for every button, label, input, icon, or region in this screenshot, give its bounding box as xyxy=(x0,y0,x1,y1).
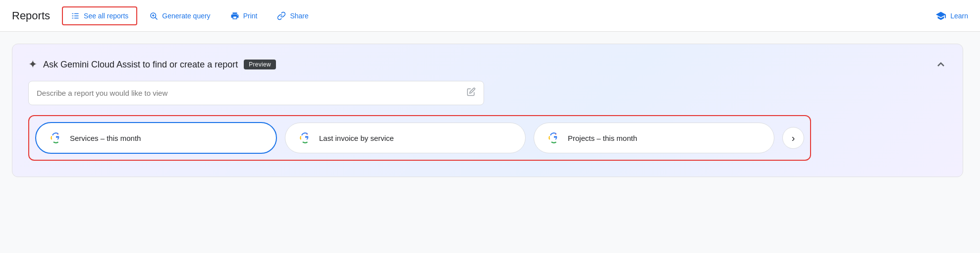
print-label: Print xyxy=(243,12,258,20)
gemini-card: ✦ Ask Gemini Cloud Assist to find or cre… xyxy=(12,44,963,177)
chevron-right-icon: › xyxy=(792,132,795,144)
generate-query-label: Generate query xyxy=(162,12,210,20)
svg-rect-1 xyxy=(74,13,79,14)
sparkle-icon: ✦ xyxy=(28,58,37,71)
services-month-chip[interactable]: Services – this month xyxy=(35,122,277,154)
learn-label: Learn xyxy=(950,12,968,20)
top-bar: Reports See all reports Generate query P… xyxy=(0,0,980,32)
list-icon xyxy=(71,11,80,20)
learn-button[interactable]: Learn xyxy=(935,10,968,21)
quick-reports-row: Services – this month Last invoice by se… xyxy=(28,115,811,161)
print-button[interactable]: Print xyxy=(222,7,266,24)
edit-icon xyxy=(467,87,476,99)
svg-rect-2 xyxy=(72,15,73,16)
generate-query-button[interactable]: Generate query xyxy=(141,7,218,24)
print-icon xyxy=(230,11,239,20)
see-all-reports-label: See all reports xyxy=(84,12,128,20)
projects-month-label: Projects – this month xyxy=(568,134,637,142)
last-invoice-chip[interactable]: Last invoice by service xyxy=(285,123,526,153)
learn-icon xyxy=(935,10,946,21)
svg-rect-5 xyxy=(74,17,79,18)
next-reports-button[interactable]: › xyxy=(782,127,804,149)
search-input[interactable] xyxy=(37,89,463,97)
projects-month-chip[interactable]: Projects – this month xyxy=(534,123,774,153)
query-icon xyxy=(149,11,158,20)
share-icon xyxy=(277,11,286,20)
gcloud-icon-3 xyxy=(546,130,562,146)
services-month-label: Services – this month xyxy=(70,134,141,142)
gemini-title: Ask Gemini Cloud Assist to find or creat… xyxy=(43,60,238,70)
last-invoice-label: Last invoice by service xyxy=(319,134,394,142)
gcloud-icon-1 xyxy=(48,130,64,146)
gcloud-icon-2 xyxy=(297,130,313,146)
svg-rect-3 xyxy=(74,15,79,16)
collapse-button[interactable] xyxy=(935,59,947,70)
chevron-up-icon xyxy=(935,59,947,70)
page-title: Reports xyxy=(12,9,50,22)
see-all-reports-button[interactable]: See all reports xyxy=(62,6,137,25)
gemini-header: ✦ Ask Gemini Cloud Assist to find or cre… xyxy=(28,58,947,71)
share-label: Share xyxy=(290,12,308,20)
svg-rect-4 xyxy=(72,17,73,18)
svg-rect-0 xyxy=(72,13,73,14)
main-content: ✦ Ask Gemini Cloud Assist to find or cre… xyxy=(0,32,980,189)
search-bar-container xyxy=(28,81,484,105)
share-button[interactable]: Share xyxy=(269,7,316,24)
svg-line-7 xyxy=(156,17,158,19)
preview-badge: Preview xyxy=(244,60,276,69)
